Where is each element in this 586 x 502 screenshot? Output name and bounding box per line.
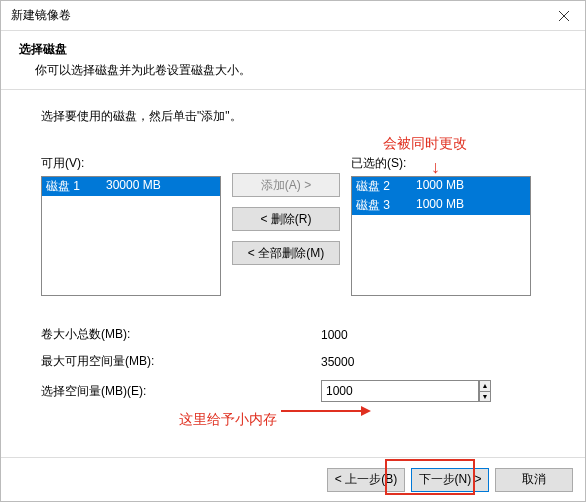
remove-all-button[interactable]: < 全部删除(M): [232, 241, 340, 265]
select-space-row: 选择空间量(MB)(E): ▲ ▼: [41, 380, 545, 402]
available-label: 可用(V):: [41, 155, 221, 172]
space-spinner: ▲ ▼: [321, 380, 491, 402]
spinner-down-button[interactable]: ▼: [479, 391, 491, 403]
size-fields: 卷大小总数(MB): 1000 最大可用空间量(MB): 35000 选择空间量…: [41, 326, 545, 402]
cancel-button[interactable]: 取消: [495, 468, 573, 492]
disk-lists: 可用(V): 磁盘 1 30000 MB 添加(A) > < 删除(R) < 全…: [41, 155, 545, 296]
disk-name: 磁盘 3: [356, 197, 416, 214]
window-title: 新建镜像卷: [1, 7, 543, 24]
close-icon: [558, 10, 570, 22]
instruction-text: 选择要使用的磁盘，然后单击"添加"。: [41, 108, 545, 125]
footer: < 上一步(B) 下一步(N) > 取消: [1, 457, 585, 501]
spinner-buttons: ▲ ▼: [479, 380, 491, 402]
available-column: 可用(V): 磁盘 1 30000 MB: [41, 155, 221, 296]
header-title: 选择磁盘: [19, 41, 567, 58]
list-item[interactable]: 磁盘 2 1000 MB: [352, 177, 530, 196]
space-input[interactable]: [321, 380, 479, 402]
header-subtitle: 你可以选择磁盘并为此卷设置磁盘大小。: [35, 62, 567, 79]
back-button[interactable]: < 上一步(B): [327, 468, 405, 492]
body: 选择要使用的磁盘，然后单击"添加"。 可用(V): 磁盘 1 30000 MB …: [1, 90, 585, 422]
remove-button[interactable]: < 删除(R): [232, 207, 340, 231]
add-button[interactable]: 添加(A) >: [232, 173, 340, 197]
disk-size: 1000 MB: [416, 178, 526, 195]
spinner-up-button[interactable]: ▲: [479, 380, 491, 391]
transfer-buttons: 添加(A) > < 删除(R) < 全部删除(M): [221, 155, 351, 265]
max-space-label: 最大可用空间量(MB):: [41, 353, 321, 370]
dialog-window: 新建镜像卷 选择磁盘 你可以选择磁盘并为此卷设置磁盘大小。 选择要使用的磁盘，然…: [0, 0, 586, 502]
close-button[interactable]: [543, 1, 585, 31]
max-space-value: 35000: [321, 355, 491, 369]
select-space-label: 选择空间量(MB)(E):: [41, 383, 321, 400]
selected-label: 已选的(S):: [351, 155, 531, 172]
selected-listbox[interactable]: 磁盘 2 1000 MB 磁盘 3 1000 MB: [351, 176, 531, 296]
list-item[interactable]: 磁盘 1 30000 MB: [42, 177, 220, 196]
disk-name: 磁盘 2: [356, 178, 416, 195]
available-listbox[interactable]: 磁盘 1 30000 MB: [41, 176, 221, 296]
max-space-row: 最大可用空间量(MB): 35000: [41, 353, 545, 370]
total-size-row: 卷大小总数(MB): 1000: [41, 326, 545, 343]
total-size-label: 卷大小总数(MB):: [41, 326, 321, 343]
disk-size: 30000 MB: [106, 178, 216, 195]
total-size-value: 1000: [321, 328, 491, 342]
selected-column: 已选的(S): 磁盘 2 1000 MB 磁盘 3 1000 MB: [351, 155, 531, 296]
header: 选择磁盘 你可以选择磁盘并为此卷设置磁盘大小。: [1, 31, 585, 90]
titlebar: 新建镜像卷: [1, 1, 585, 31]
next-button[interactable]: 下一步(N) >: [411, 468, 489, 492]
disk-name: 磁盘 1: [46, 178, 106, 195]
disk-size: 1000 MB: [416, 197, 526, 214]
list-item[interactable]: 磁盘 3 1000 MB: [352, 196, 530, 215]
